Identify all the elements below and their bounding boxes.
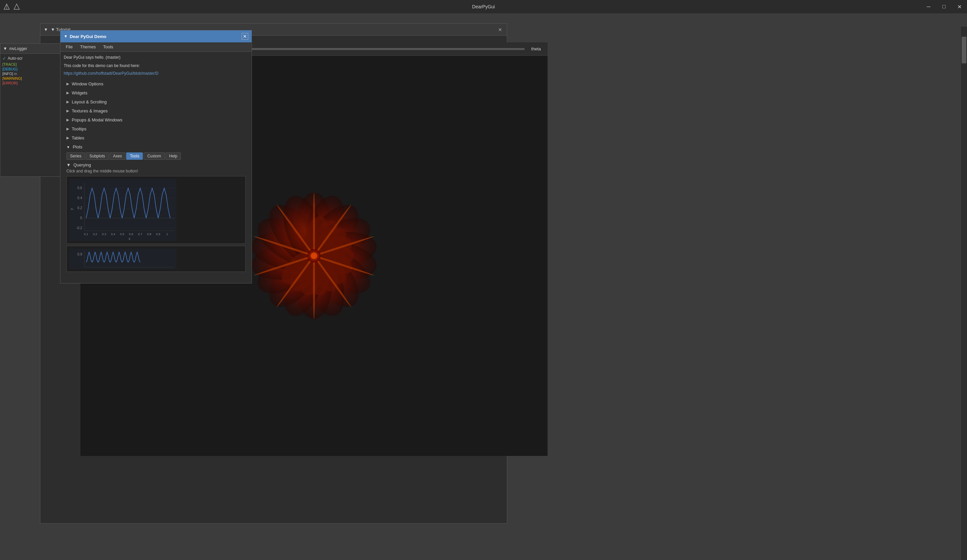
chart2-svg: 0.9 (69, 249, 176, 269)
plots-section: ▼ Plots Series Subplots Axes Tools Custo… (64, 143, 248, 275)
svg-text:0.4: 0.4 (78, 196, 82, 200)
titlebar-left (3, 0, 20, 13)
demo-title-text: Dear PyGui Demo (70, 34, 239, 39)
titlebar: DearPyGui ─ □ ✕ (0, 0, 967, 13)
svg-text:0.7: 0.7 (138, 232, 142, 236)
tree-label-layout: Layout & Scrolling (72, 99, 107, 104)
chart1-svg: 0.6 0.4 0.2 0 -0.2 y (69, 179, 176, 241)
plots-arrow: ▼ (66, 145, 70, 149)
log-titlebar: ▼ mvLogger (0, 44, 66, 54)
svg-text:0.3: 0.3 (102, 232, 106, 236)
tree-arrow-textures: ▶ (66, 109, 69, 113)
plots-tabs: Series Subplots Axes Tools Custom Help (64, 151, 248, 161)
titlebar-controls: ─ □ ✕ (921, 0, 967, 13)
svg-point-44 (311, 252, 317, 259)
svg-text:0.8: 0.8 (147, 232, 152, 236)
querying-arrow: ▼ (66, 162, 71, 168)
tab-tools[interactable]: Tools (126, 152, 143, 160)
scrollbar-thumb[interactable] (962, 37, 966, 63)
right-scrollbar[interactable] (961, 27, 967, 560)
log-window: ▼ mvLogger ✓ Auto-scr [TRACE] [DEBUG] [I… (0, 43, 67, 177)
tree-label-popups: Popups & Modal Windows (72, 117, 122, 122)
log-warning: [WARNING] (2, 76, 64, 81)
menu-themes[interactable]: Themes (77, 44, 99, 50)
querying-label: Querying (73, 162, 91, 168)
tree-item-textures[interactable]: ▶ Textures & Images (64, 107, 248, 115)
tab-custom[interactable]: Custom (144, 152, 165, 160)
tree-item-layout[interactable]: ▶ Layout & Scrolling (64, 98, 248, 106)
titlebar-title: DearPyGui (472, 4, 495, 9)
demo-description2: This code for this demo can be found her… (64, 63, 248, 69)
tree-arrow-tooltips: ▶ (66, 127, 69, 131)
tab-help[interactable]: Help (165, 152, 181, 160)
tree-item-tooltips[interactable]: ▶ Tooltips (64, 125, 248, 133)
demo-close-button[interactable]: ✕ (242, 33, 248, 40)
querying-desc: Click and drag the middle mouse button! (66, 169, 246, 173)
demo-window: ▼ Dear PyGui Demo ✕ File Themes Tools De… (60, 30, 252, 283)
minimize-button[interactable]: ─ (921, 0, 936, 13)
demo-link[interactable]: https://github.com/hoffstadt/DearPyGui/b… (64, 71, 248, 76)
close-button[interactable]: ✕ (952, 0, 967, 13)
menu-file[interactable]: File (63, 44, 76, 50)
svg-text:0.2: 0.2 (78, 206, 82, 210)
log-content: ✓ Auto-scr [TRACE] [DEBUG] [INFO] in [WA… (0, 54, 66, 88)
tree-item-window-options[interactable]: ▶ Window Options (64, 80, 248, 88)
tutorial-close-button[interactable]: ✕ (497, 26, 503, 33)
app-icon (3, 3, 10, 10)
tree-arrow-layout: ▶ (66, 100, 69, 104)
demo-titlebar: ▼ Dear PyGui Demo ✕ (60, 30, 252, 42)
svg-text:1: 1 (166, 232, 168, 236)
svg-text:x: x (129, 237, 130, 240)
tree-arrow-tables: ▶ (66, 136, 69, 140)
chart1: 0.6 0.4 0.2 0 -0.2 y (66, 176, 246, 244)
svg-text:0.4: 0.4 (111, 232, 116, 236)
log-debug: [DEBUG] (2, 67, 64, 71)
svg-text:0: 0 (80, 216, 82, 220)
chart2: 0.9 (66, 246, 246, 272)
svg-text:0.9: 0.9 (78, 252, 82, 256)
svg-text:0.1: 0.1 (84, 232, 88, 236)
svg-text:y: y (70, 208, 73, 210)
log-title: mvLogger (9, 46, 27, 51)
svg-text:0.6: 0.6 (78, 186, 82, 190)
svg-marker-2 (14, 4, 19, 9)
svg-text:0.6: 0.6 (129, 232, 134, 236)
tab-subplots[interactable]: Subplots (86, 152, 109, 160)
menu-bar: File Themes Tools (60, 42, 252, 52)
tree-label-tooltips: Tooltips (72, 127, 86, 132)
svg-text:-0.2: -0.2 (76, 226, 83, 230)
svg-text:0.5: 0.5 (120, 232, 124, 236)
querying-header[interactable]: ▼ Querying (66, 162, 246, 168)
app-icon2 (13, 3, 20, 10)
theta-label: theta (531, 46, 541, 51)
tree-label-textures: Textures & Images (72, 109, 108, 114)
plots-label: Plots (73, 145, 83, 150)
plots-header[interactable]: ▼ Plots (64, 143, 248, 151)
log-arrow: ▼ (3, 46, 7, 51)
tree-arrow-widgets: ▶ (66, 91, 69, 95)
tree-arrow-popups: ▶ (66, 118, 69, 122)
tree-item-tables[interactable]: ▶ Tables (64, 134, 248, 142)
demo-description1: Dear PyGui says hello. (master) (64, 54, 248, 61)
log-info: [INFO] in (2, 72, 64, 76)
tree-label-window: Window Options (72, 81, 104, 86)
log-error: [ERROR] (2, 81, 64, 85)
tutorial-arrow: ▼ (44, 27, 48, 32)
svg-text:0.2: 0.2 (93, 232, 97, 236)
log-auto-scroll[interactable]: ✓ Auto-scr (2, 56, 64, 61)
menu-tools[interactable]: Tools (100, 44, 116, 50)
tab-series[interactable]: Series (66, 152, 85, 160)
log-trace: [TRACE] (2, 63, 64, 66)
maximize-button[interactable]: □ (936, 0, 952, 13)
tree-label-widgets: Widgets (72, 91, 87, 96)
tab-axes[interactable]: Axes (109, 152, 126, 160)
butterfly-viz (231, 181, 398, 331)
main-area: ▼ mvLogger ✓ Auto-scr [TRACE] [DEBUG] [I… (0, 13, 967, 560)
svg-text:0.9: 0.9 (156, 232, 160, 236)
tree-item-popups[interactable]: ▶ Popups & Modal Windows (64, 116, 248, 124)
tree-arrow-window: ▶ (66, 82, 69, 86)
demo-title-arrow: ▼ (64, 34, 68, 39)
tree-item-widgets[interactable]: ▶ Widgets (64, 89, 248, 97)
querying-section: ▼ Querying Click and drag the middle mou… (64, 161, 248, 275)
svg-rect-70 (69, 249, 176, 269)
